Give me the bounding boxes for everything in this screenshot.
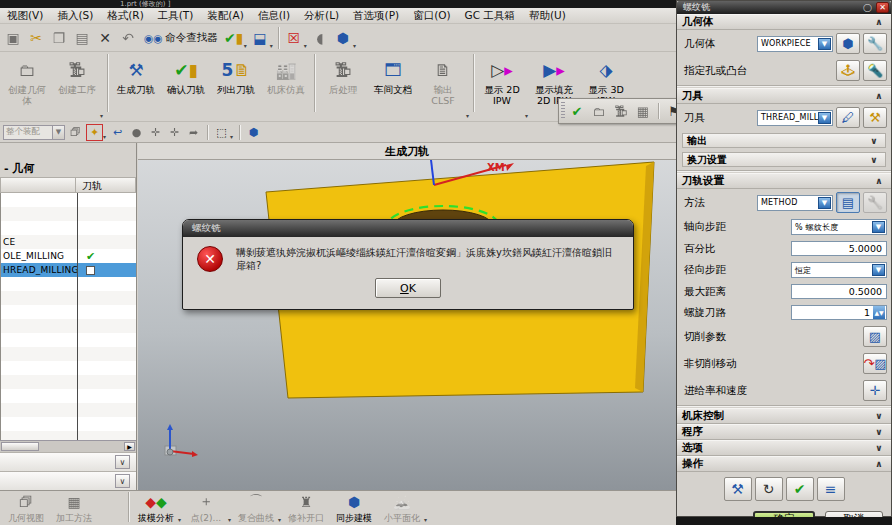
select-all-icon[interactable]: 🗇 — [67, 124, 84, 141]
section-output[interactable]: 输出∨ — [682, 133, 886, 148]
dropdown-caret[interactable]: ▾ — [244, 42, 247, 49]
chevron-down-icon[interactable]: ∨ — [867, 136, 881, 146]
chevron-up-icon[interactable]: ∧ — [872, 91, 886, 101]
navigator-hscrollbar[interactable]: ▶ — [0, 440, 136, 452]
tool-option-icon[interactable]: 🗜 — [611, 101, 631, 121]
section-actions[interactable]: 操作∧ — [677, 456, 891, 472]
edit-tool-button[interactable]: ⚒ — [863, 107, 887, 128]
hscrollbar-right-arrow[interactable]: ▶ — [124, 442, 135, 451]
tree-row-empty[interactable] — [1, 193, 136, 207]
delete-icon[interactable]: ✕ — [94, 27, 116, 49]
new-tool-button[interactable]: 🖊 — [836, 107, 860, 128]
hscrollbar-thumb[interactable] — [1, 442, 39, 451]
create-geometry-button[interactable]: 🗀创建几何 体 — [2, 54, 52, 116]
menu-help[interactable]: 帮助(U) — [522, 9, 573, 23]
tree-row-thread-milling[interactable]: HREAD_MILLING — [1, 263, 136, 277]
dropdown-caret[interactable]: ▾ — [230, 133, 233, 140]
shop-doc-button[interactable]: 🗔车间文档 — [368, 54, 418, 116]
output-clsf-button[interactable]: 🗎输出 CLSF — [418, 54, 468, 116]
tree-row-empty[interactable] — [1, 221, 136, 235]
menu-format[interactable]: 格式(R) — [100, 9, 151, 23]
shaded-cube-icon[interactable]: ⬢ — [245, 124, 262, 141]
spinner-arrows-icon[interactable]: ▲▼ — [873, 306, 885, 319]
dropdown-caret[interactable]: ▾ — [178, 516, 181, 523]
chevron-down-icon[interactable]: ▼ — [818, 38, 831, 50]
toolbar-grip-handle[interactable] — [561, 102, 565, 120]
chevron-down-icon[interactable]: ∨ — [872, 443, 886, 453]
chevron-down-icon[interactable]: ▼ — [818, 197, 831, 209]
menu-assemblies[interactable]: 装配(A) — [200, 9, 250, 23]
rectangle-select-icon[interactable]: ⬚ — [213, 124, 230, 141]
section-tool-change[interactable]: 换刀设置∨ — [682, 152, 886, 167]
chevron-down-icon[interactable]: ∨ — [115, 455, 130, 469]
collapsed-pane-1[interactable]: ∨ — [0, 452, 136, 471]
touch-mode-icon[interactable]: ✔▮ — [223, 27, 245, 49]
workpiece-option-icon[interactable]: 🗀 — [589, 101, 609, 121]
chevron-down-icon[interactable]: ▼ — [872, 221, 885, 233]
snap-point-icon[interactable]: ✦ — [86, 124, 103, 141]
menu-tools[interactable]: 工具(T) — [151, 9, 201, 23]
draft-analysis-button[interactable]: ◆◆拔模分析 — [132, 492, 180, 525]
dropdown-caret[interactable]: ▾ — [424, 516, 427, 523]
section-program[interactable]: 程序∨ — [677, 424, 891, 440]
section-machine-control[interactable]: 机床控制∨ — [677, 408, 891, 424]
dropdown-caret[interactable]: ▾ — [278, 516, 281, 523]
save-icon[interactable]: ▣ — [2, 27, 24, 49]
feeds-speeds-button[interactable]: ✛ — [863, 380, 887, 401]
graphics-viewport[interactable]: 生成刀轨 XM — [138, 143, 676, 490]
display-feature-button[interactable]: 🔦 — [863, 60, 887, 81]
chevron-down-icon[interactable]: ▼ — [872, 264, 885, 276]
menu-window[interactable]: 窗口(O) — [406, 9, 457, 23]
move-up-icon[interactable]: ✛ — [147, 124, 164, 141]
command-finder-button[interactable]: ◉◉ 命令查找器 — [140, 31, 222, 45]
dropdown-caret[interactable]: ▾ — [525, 112, 528, 119]
reset-filter-icon[interactable]: ↩ — [109, 124, 126, 141]
geometry-view-button[interactable]: 🗇几何视图 — [2, 492, 50, 525]
new-geometry-button[interactable]: ⬢ — [836, 33, 860, 54]
method-dropdown[interactable]: METHOD▼ — [757, 195, 833, 211]
sync-modeling-button[interactable]: ⬢同步建模 — [330, 492, 378, 525]
list-toolpath-button[interactable]: 𝟱🗎列出刀轨 — [211, 54, 261, 116]
dropdown-caret[interactable]: ▾ — [103, 133, 106, 140]
generate-toolpath-button[interactable]: ⚒生成刀轨 — [111, 54, 161, 116]
section-options[interactable]: 选项∨ — [677, 440, 891, 456]
generate-button[interactable]: ⚒ — [724, 477, 752, 501]
chevron-down-icon[interactable]: ∨ — [115, 474, 130, 488]
tree-row-empty[interactable] — [1, 207, 136, 221]
menu-preferences[interactable]: 首选项(P) — [346, 9, 406, 23]
verify-toolpath-button[interactable]: ✔▮确认刀轨 — [161, 54, 211, 116]
copy-icon[interactable]: ❐ — [48, 27, 70, 49]
freeform-icon[interactable]: ◖ — [309, 27, 331, 49]
menu-analysis[interactable]: 分析(L) — [297, 9, 346, 23]
chevron-down-icon[interactable]: ▼ — [818, 112, 831, 124]
error-dialog-titlebar[interactable]: 螺纹铣 — [183, 220, 633, 237]
dialog-titlebar[interactable]: 螺纹铣 ◯ ✕ — [677, 1, 891, 14]
geometry-dropdown[interactable]: WORKPIECE▼ — [757, 36, 833, 52]
point-button[interactable]: ＋点(2)... — [182, 492, 230, 525]
menu-information[interactable]: 信息(I) — [251, 9, 297, 23]
tree-row-workpiece[interactable]: CE — [1, 235, 136, 249]
extrude-icon[interactable]: ⬢ — [332, 27, 354, 49]
close-icon[interactable]: ✕ — [876, 2, 889, 13]
dropdown-caret[interactable]: ▾ — [228, 516, 231, 523]
group-caret[interactable]: ▾ — [100, 112, 103, 119]
composite-curve-button[interactable]: ⌒复合曲线 — [232, 492, 280, 525]
paste-icon[interactable]: ▤ — [71, 27, 93, 49]
chevron-down-icon[interactable]: ∨ — [867, 155, 881, 165]
section-path-settings[interactable]: 刀轨设置∧ — [677, 173, 891, 189]
move-copy-icon[interactable]: ✛ — [166, 124, 183, 141]
cutting-params-button[interactable]: ▨ — [863, 326, 887, 347]
chevron-up-icon[interactable]: ∧ — [872, 176, 886, 186]
dropdown-caret[interactable]: ▾ — [304, 42, 307, 49]
grid-option-icon[interactable]: ▦ — [633, 101, 653, 121]
chevron-down-icon[interactable]: ∨ — [872, 411, 886, 421]
dropdown-caret[interactable]: ▾ — [270, 42, 273, 49]
menu-insert[interactable]: 插入(S) — [50, 9, 100, 23]
section-geometry[interactable]: 几何体∧ — [677, 14, 891, 30]
group-caret[interactable]: ▾ — [466, 112, 469, 119]
patch-opening-button[interactable]: ♜修补开口 — [282, 492, 330, 525]
percent-input[interactable]: 5.0000 — [791, 241, 887, 256]
radial-step-dropdown[interactable]: 恒定▼ — [791, 262, 887, 278]
list-button[interactable]: ≡ — [817, 477, 845, 501]
max-distance-input[interactable]: 0.5000 — [791, 284, 887, 299]
